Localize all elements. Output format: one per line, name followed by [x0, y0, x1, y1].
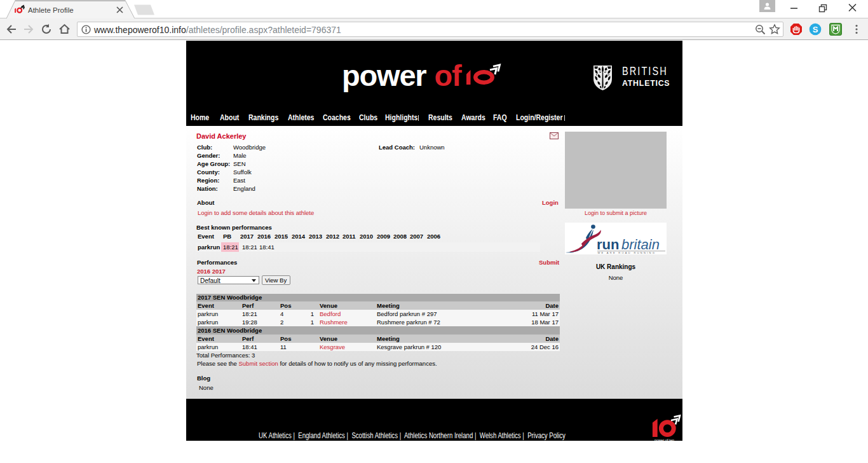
svg-text:power of ten: power of ten	[654, 438, 674, 442]
svg-text:britain: britain	[621, 237, 660, 252]
svg-text:run: run	[597, 237, 619, 252]
svg-text:WE ARE ROAD RUNNING: WE ARE ROAD RUNNING	[598, 251, 656, 254]
svg-text:S: S	[813, 25, 818, 34]
